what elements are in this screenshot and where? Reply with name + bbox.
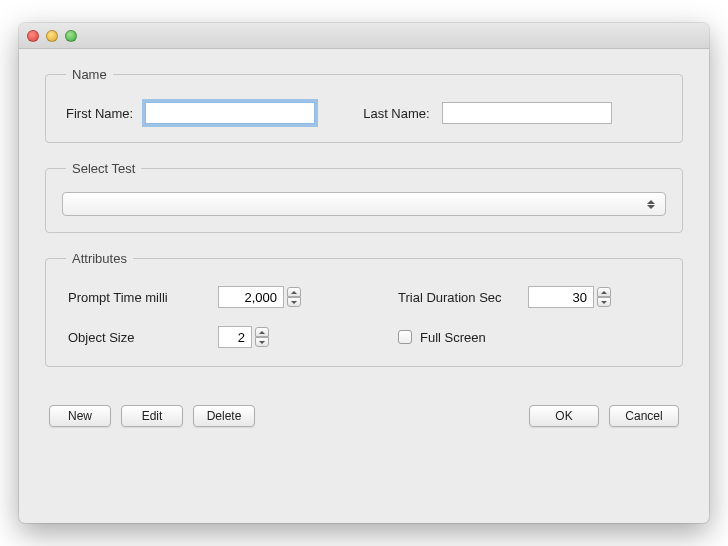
prompt-time-spinner[interactable]: [218, 286, 338, 308]
trial-duration-spinner[interactable]: [528, 286, 658, 308]
object-size-spinner[interactable]: [218, 326, 338, 348]
titlebar: [19, 23, 709, 49]
trial-duration-input[interactable]: [528, 286, 594, 308]
updown-icon: [643, 200, 659, 209]
prompt-time-label: Prompt Time milli: [68, 290, 218, 305]
object-size-label: Object Size: [68, 330, 218, 345]
trial-duration-step-up[interactable]: [597, 287, 611, 297]
checkbox-icon[interactable]: [398, 330, 412, 344]
attributes-legend: Attributes: [66, 251, 133, 266]
new-button[interactable]: New: [49, 405, 111, 427]
prompt-time-step-up[interactable]: [287, 287, 301, 297]
test-select[interactable]: [62, 192, 666, 216]
trial-duration-step-down[interactable]: [597, 297, 611, 307]
ok-button[interactable]: OK: [529, 405, 599, 427]
dialog-window: Name First Name: Last Name: Select Test: [19, 23, 709, 523]
trial-duration-label: Trial Duration Sec: [398, 290, 528, 305]
name-group-legend: Name: [66, 67, 113, 82]
select-test-group: Select Test: [45, 161, 683, 233]
full-screen-checkbox[interactable]: Full Screen: [398, 330, 658, 345]
button-bar: New Edit Delete OK Cancel: [45, 385, 683, 427]
zoom-icon[interactable]: [65, 30, 77, 42]
close-icon[interactable]: [27, 30, 39, 42]
edit-button[interactable]: Edit: [121, 405, 183, 427]
full-screen-label: Full Screen: [420, 330, 486, 345]
prompt-time-input[interactable]: [218, 286, 284, 308]
traffic-lights: [27, 30, 77, 42]
first-name-input[interactable]: [145, 102, 315, 124]
select-test-legend: Select Test: [66, 161, 141, 176]
cancel-button[interactable]: Cancel: [609, 405, 679, 427]
last-name-label: Last Name:: [363, 106, 429, 121]
content-area: Name First Name: Last Name: Select Test: [19, 49, 709, 445]
delete-button[interactable]: Delete: [193, 405, 255, 427]
minimize-icon[interactable]: [46, 30, 58, 42]
object-size-input[interactable]: [218, 326, 252, 348]
object-size-step-down[interactable]: [255, 337, 269, 347]
attributes-group: Attributes Prompt Time milli Trial Durat…: [45, 251, 683, 367]
name-group: Name First Name: Last Name:: [45, 67, 683, 143]
prompt-time-step-down[interactable]: [287, 297, 301, 307]
first-name-label: First Name:: [66, 106, 133, 121]
object-size-step-up[interactable]: [255, 327, 269, 337]
last-name-input[interactable]: [442, 102, 612, 124]
